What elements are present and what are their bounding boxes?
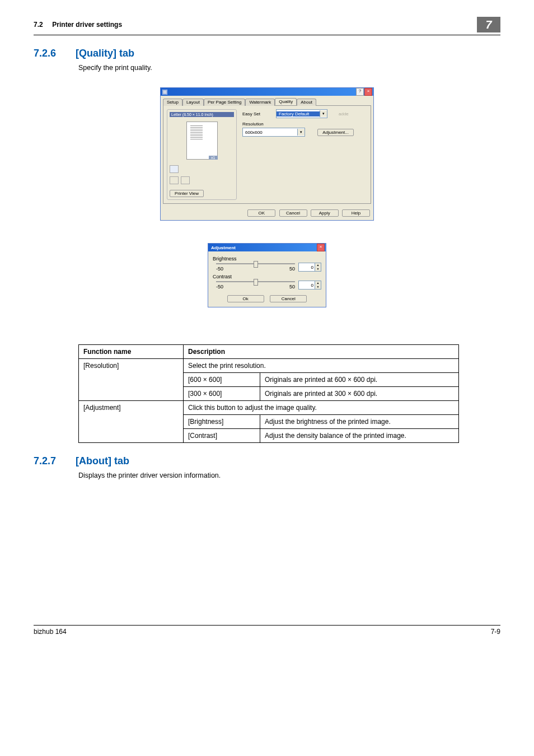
tab-about[interactable]: About xyxy=(297,99,316,106)
heading-text: [Quality] tab xyxy=(76,48,134,59)
easy-set-value: Factory Default xyxy=(277,111,320,116)
slider-thumb[interactable] xyxy=(254,261,258,268)
resolution-label: Resolution xyxy=(242,122,367,127)
resolution-select[interactable]: 600x600 xyxy=(242,128,305,137)
table-row: [Adjustment] Click this button to adjust… xyxy=(79,401,459,415)
brightness-spinner[interactable]: ▲▼ xyxy=(298,263,321,272)
body-paragraph: Specify the print quality. xyxy=(78,64,500,72)
zoom-badge: x1 xyxy=(209,156,217,160)
desc-cell: Click this button to adjust the image qu… xyxy=(184,401,459,415)
cancel-button[interactable]: Cancel xyxy=(270,295,307,302)
printer-icon xyxy=(162,90,167,95)
header-section-title: Printer driver settings xyxy=(52,21,122,29)
orientation-portrait-icon[interactable] xyxy=(170,165,179,173)
table-header-row: Function name Description xyxy=(79,345,459,359)
easy-set-select[interactable]: Factory Default xyxy=(276,109,327,118)
tab-setup[interactable]: Setup xyxy=(163,99,182,106)
brightness-slider[interactable] xyxy=(216,263,295,264)
heading-number: 7.2.6 xyxy=(34,48,73,59)
preview-panel: Letter (8.50 × 11.0 Inch) x1 xyxy=(167,109,237,200)
resolution-value: 600x600 xyxy=(243,130,297,135)
contrast-min: -50 xyxy=(216,284,223,290)
th-function-name: Function name xyxy=(79,345,184,359)
tab-strip: Setup Layout Per Page Setting Watermark … xyxy=(161,96,373,105)
slider-thumb[interactable] xyxy=(254,279,258,286)
contrast-spinner[interactable]: ▲▼ xyxy=(298,281,321,290)
sub-val: Adjust the density balance of the printe… xyxy=(260,429,459,443)
table-row: [Resolution] Select the print resolution… xyxy=(79,359,459,373)
header-section-num: 7.2 xyxy=(34,21,43,29)
spin-up-icon[interactable]: ▲ xyxy=(315,263,321,267)
layout-icon xyxy=(170,176,179,184)
help-button[interactable]: Help xyxy=(342,209,370,217)
brightness-max: 50 xyxy=(289,266,295,272)
sub-key: [Contrast] xyxy=(184,429,260,443)
sub-val: Adjust the brightness of the printed ima… xyxy=(260,415,459,429)
spin-up-icon[interactable]: ▲ xyxy=(315,281,321,285)
title-bar[interactable] xyxy=(161,88,373,96)
contrast-max: 50 xyxy=(289,284,295,290)
sub-key: [600 × 600] xyxy=(184,373,260,387)
printer-view-button[interactable]: Printer View xyxy=(170,190,204,197)
tab-per-page-setting[interactable]: Per Page Setting xyxy=(204,99,245,106)
cancel-button[interactable]: Cancel xyxy=(279,209,307,217)
spin-down-icon[interactable]: ▼ xyxy=(315,285,321,289)
close-button[interactable] xyxy=(317,244,325,251)
fn-cell: [Adjustment] xyxy=(79,401,184,443)
sub-val: Originals are printed at 600 × 600 dpi. xyxy=(260,373,459,387)
running-header: 7.2 Printer driver settings 7 xyxy=(34,17,500,35)
contrast-slider[interactable] xyxy=(216,281,295,282)
dialog-title: Adjustment xyxy=(209,245,236,250)
page-footer: bizhub 164 7-9 xyxy=(34,625,500,636)
heading-quality-tab: 7.2.6 [Quality] tab xyxy=(34,48,500,59)
ok-button[interactable]: OK xyxy=(247,209,275,217)
contrast-label: Contrast xyxy=(213,274,321,279)
brightness-label: Brightness xyxy=(213,256,321,262)
adjustment-dialog: Adjustment Brightness -50 50 ▲▼ Contrast xyxy=(208,243,326,307)
footer-left: bizhub 164 xyxy=(34,628,67,636)
fn-cell: [Resolution] xyxy=(79,359,184,401)
ok-button[interactable]: Ok xyxy=(227,295,264,302)
tab-layout[interactable]: Layout xyxy=(182,99,204,106)
paper-size-label: Letter (8.50 × 11.0 Inch) xyxy=(170,112,234,117)
heading-about-tab: 7.2.7 [About] tab xyxy=(34,455,500,467)
spin-down-icon[interactable]: ▼ xyxy=(315,267,321,271)
duplex-icon xyxy=(181,176,190,184)
desc-cell: Select the print resolution. xyxy=(184,359,459,373)
chapter-number-badge: 7 xyxy=(477,17,500,32)
function-description-table: Function name Description [Resolution] S… xyxy=(78,344,459,443)
brightness-min: -50 xyxy=(216,266,223,272)
adjustment-button[interactable]: Adjustment... xyxy=(317,129,354,136)
sub-val: Originals are printed at 300 × 600 dpi. xyxy=(260,387,459,401)
easy-set-label: Easy Set xyxy=(242,111,276,116)
footer-right: 7-9 xyxy=(491,628,500,636)
svg-rect-0 xyxy=(163,90,167,94)
sub-key: [Brightness] xyxy=(184,415,260,429)
paper-preview: x1 xyxy=(186,122,218,160)
title-bar[interactable]: Adjustment xyxy=(208,244,326,251)
help-button[interactable] xyxy=(356,88,364,96)
th-description: Description xyxy=(184,345,459,359)
close-button[interactable] xyxy=(364,88,372,96)
contrast-input[interactable] xyxy=(299,281,315,289)
sub-key: [300 × 600] xyxy=(184,387,260,401)
print-preferences-dialog: Setup Layout Per Page Setting Watermark … xyxy=(160,87,374,221)
heading-text: [About] tab xyxy=(76,455,129,466)
tab-quality[interactable]: Quality xyxy=(275,98,297,105)
heading-number: 7.2.7 xyxy=(34,455,73,467)
body-paragraph: Displays the printer driver version info… xyxy=(78,472,500,479)
apply-button[interactable]: Apply xyxy=(311,209,339,217)
adde-disabled: adde xyxy=(339,111,349,116)
chevron-down-icon[interactable] xyxy=(297,129,305,136)
chevron-down-icon[interactable] xyxy=(320,110,327,117)
tab-watermark[interactable]: Watermark xyxy=(245,99,275,106)
brightness-input[interactable] xyxy=(299,263,315,271)
